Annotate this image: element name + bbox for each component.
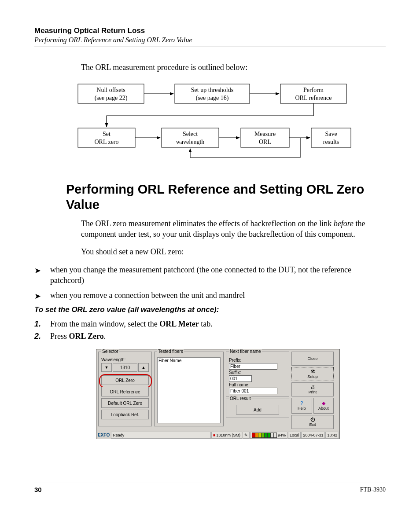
orl-result-group-label: ORL result xyxy=(229,396,251,401)
selector-group-label: Selector xyxy=(101,349,119,354)
intro-text: The ORL measurement procedure is outline… xyxy=(81,62,386,73)
status-percent: 94% xyxy=(278,433,286,437)
page-footer: 30 FTB-3930 xyxy=(34,483,386,493)
fiber-name-list[interactable]: Fiber Name xyxy=(157,357,221,423)
prefix-label: Prefix: xyxy=(229,358,286,363)
bullet-list: when you change the measurement patchcor… xyxy=(34,264,386,301)
close-button[interactable]: Close xyxy=(291,352,334,366)
orl-reference-button[interactable]: ORL Reference xyxy=(101,387,149,396)
help-icon: ? xyxy=(300,401,303,406)
product-code: FTB-3930 xyxy=(360,486,386,493)
flow-box-5-l2: wavelength xyxy=(176,139,205,145)
status-meter: 94% xyxy=(250,432,287,439)
default-orl-zero-button[interactable]: Default ORL Zero xyxy=(101,398,149,408)
tested-fibers-panel: Tested fibers Fiber Name xyxy=(154,352,224,426)
flow-box-3-l2: ORL reference xyxy=(295,95,332,101)
help-label: Help xyxy=(298,406,306,411)
next-fiber-name-group-label: Next fiber name xyxy=(229,349,262,354)
wavelength-value: 1310 xyxy=(113,363,137,372)
status-tool-icon: ✎ xyxy=(243,432,250,439)
flow-box-2-l2: (see page 16) xyxy=(196,95,229,102)
section-heading: Performing ORL Reference and Setting ORL… xyxy=(66,182,386,212)
flow-box-5-l1: Select xyxy=(183,131,198,137)
app-window: Selector Wavelength: ▼ 1310 ▲ ORL Zero O… xyxy=(96,349,340,439)
selector-panel: Selector Wavelength: ▼ 1310 ▲ ORL Zero O… xyxy=(98,352,152,426)
setup-button[interactable]: 🛠 Setup xyxy=(291,367,334,381)
fiber-name-column-header: Fiber Name xyxy=(158,358,219,363)
close-label: Close xyxy=(307,356,317,361)
print-button[interactable]: 🖨 Print xyxy=(291,382,334,396)
flow-box-7-l1: Save xyxy=(325,131,337,137)
running-head-subtitle: Performing ORL Reference and Setting ORL… xyxy=(34,36,386,44)
exit-label: Exit xyxy=(309,422,316,427)
flow-box-3-l1: Perform xyxy=(303,87,324,93)
flow-box-6-l2: ORL xyxy=(259,139,271,145)
flow-box-4-l2: ORL zero xyxy=(94,139,118,145)
status-ready: Ready xyxy=(111,432,211,439)
print-label: Print xyxy=(309,390,317,394)
loopback-ref-button[interactable]: Loopback Ref. xyxy=(101,410,149,419)
procedure-subhead: To set the ORL zero value (all wavelengt… xyxy=(34,305,386,314)
prefix-input[interactable] xyxy=(229,363,277,370)
status-indicator-icon: ■ xyxy=(213,433,215,437)
status-wavelength: ■ 1310nm (SM) xyxy=(211,432,242,439)
step-item: 2. Press ORL Zero. xyxy=(34,330,386,343)
brand-label: EXFO xyxy=(96,433,111,437)
about-icon: ◆ xyxy=(322,401,325,406)
next-fiber-name-panel: Next fiber name Prefix: Suffix: Full nam… xyxy=(226,352,289,396)
setup-label: Setup xyxy=(307,374,318,379)
flow-box-6-l1: Measure xyxy=(254,131,276,137)
about-label: About xyxy=(318,406,329,411)
flow-box-1-l1: Null offsets xyxy=(96,87,125,93)
header-rule xyxy=(34,47,386,47)
step-item: 1. From the main window, select the ORL … xyxy=(34,318,386,330)
fullname-input[interactable] xyxy=(229,388,277,394)
page-number: 30 xyxy=(34,486,42,493)
wavelength-label: Wavelength: xyxy=(101,357,149,362)
suffix-label: Suffix: xyxy=(229,370,286,375)
add-button[interactable]: Add xyxy=(236,405,279,415)
about-button[interactable]: ◆ About xyxy=(313,398,334,414)
orl-zero-button[interactable]: ORL Zero xyxy=(101,375,149,385)
help-button[interactable]: ? Help xyxy=(291,398,312,414)
print-icon: 🖨 xyxy=(310,385,315,389)
status-date: 2004-07-31 xyxy=(301,432,325,439)
flow-box-1-l2: (see page 22) xyxy=(95,95,128,102)
status-time: 18:42 xyxy=(325,432,339,439)
status-bar: EXFO Ready ■ 1310nm (SM) ✎ xyxy=(96,431,339,439)
power-icon: ⏻ xyxy=(310,417,315,422)
step-list: 1. From the main window, select the ORL … xyxy=(34,318,386,343)
orl-result-panel: ORL result Add xyxy=(226,399,289,418)
bullet-item: when you remove a connection between the… xyxy=(34,290,386,301)
section-para-1: The ORL zero measurement eliminates the … xyxy=(81,218,386,240)
wavelength-up-button[interactable]: ▲ xyxy=(138,363,149,372)
flow-box-7-l2: results xyxy=(323,139,339,145)
fullname-label: Full name: xyxy=(229,382,286,387)
section-para-2: You should set a new ORL zero: xyxy=(81,246,386,257)
flow-box-2-l1: Set up thresholds xyxy=(191,87,233,93)
wavelength-down-button[interactable]: ▼ xyxy=(101,363,112,372)
exit-button[interactable]: ⏻ Exit xyxy=(291,415,334,429)
tested-fibers-group-label: Tested fibers xyxy=(157,349,184,354)
status-local: Local xyxy=(288,432,301,439)
bullet-item: when you change the measurement patchcor… xyxy=(34,264,386,286)
running-head-title: Measuring Optical Return Loss xyxy=(34,26,386,35)
setup-icon: 🛠 xyxy=(310,369,315,374)
suffix-input[interactable] xyxy=(229,375,252,382)
flow-box-4-l1: Set xyxy=(103,131,111,137)
flowchart: Null offsets (see page 22) Set up thresh… xyxy=(34,81,386,164)
